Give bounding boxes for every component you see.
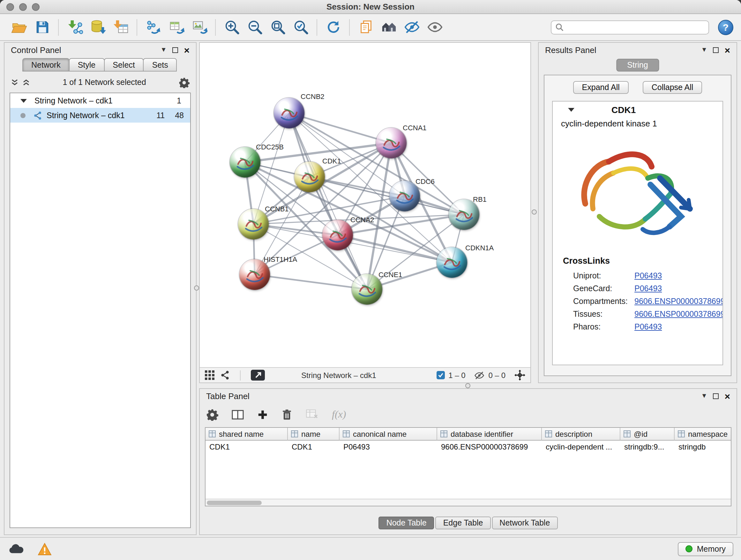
documents-button[interactable] — [354, 17, 377, 37]
table-toolbar: f(x) — [206, 404, 346, 425]
column-header-name[interactable]: name — [288, 428, 340, 441]
network-overview-icon[interactable] — [220, 370, 230, 380]
close-panel-icon[interactable]: × — [724, 391, 730, 401]
selected-checkbox-icon[interactable] — [436, 371, 445, 379]
cloud-icon[interactable] — [8, 543, 25, 555]
import-network-file-button[interactable] — [63, 17, 86, 37]
table-settings-gear-icon[interactable] — [206, 408, 218, 421]
column-header-database-identifier[interactable]: database identifier — [437, 428, 542, 441]
control-panel-tabs: NetworkStyleSelectSets — [22, 58, 177, 71]
grid-view-icon[interactable] — [205, 370, 214, 380]
show-columns-icon[interactable] — [232, 409, 244, 420]
crosslink-link[interactable]: 9606.ENSP00000378699 — [634, 310, 723, 319]
zoom-fit-button[interactable] — [266, 17, 289, 37]
network-node-cdc6[interactable] — [389, 181, 420, 211]
new-table-from-network-button[interactable] — [165, 17, 188, 37]
gear-icon[interactable] — [179, 77, 190, 88]
gene-caret-icon[interactable] — [568, 108, 575, 112]
expand-all-icon[interactable] — [22, 78, 30, 86]
gene-card-header[interactable]: CDK1 — [553, 102, 723, 117]
close-panel-icon[interactable]: × — [184, 45, 190, 55]
zoom-in-button[interactable] — [220, 17, 243, 37]
tab-sets[interactable]: Sets — [143, 58, 177, 71]
collapse-all-icon[interactable] — [11, 78, 18, 86]
column-sort-icon — [343, 430, 350, 437]
network-node-ccna2[interactable] — [322, 220, 353, 250]
expand-all-button[interactable]: Expand All — [573, 81, 629, 94]
import-table-button[interactable] — [109, 17, 132, 37]
scrollbar-thumb[interactable] — [207, 501, 262, 505]
network-node-cdkn1a[interactable] — [436, 247, 467, 278]
horizontal-splitter-handle[interactable] — [465, 383, 470, 388]
overview-button[interactable] — [377, 17, 400, 37]
zoom-selected-button[interactable] — [289, 17, 312, 37]
tab-network[interactable]: Network — [22, 58, 70, 71]
collapse-panel-icon[interactable]: ▼ — [701, 393, 708, 399]
network-node-ccne1[interactable] — [352, 274, 382, 305]
collapse-all-button[interactable]: Collapse All — [643, 81, 702, 94]
tab-select[interactable]: Select — [104, 58, 144, 71]
memory-button[interactable]: Memory — [678, 542, 733, 556]
crosslink-link[interactable]: 9606.ENSP00000378699 — [634, 297, 723, 306]
hide-graphics-button[interactable] — [400, 17, 423, 37]
add-column-icon[interactable] — [257, 409, 268, 420]
network-label: String Network – cdk1 — [47, 111, 125, 120]
tab-string[interactable]: String — [616, 59, 659, 71]
hidden-eye-slash-icon[interactable] — [475, 370, 485, 380]
column-header-namespace[interactable]: namespace — [675, 428, 731, 441]
crosslink-link[interactable]: P06493 — [634, 271, 662, 280]
function-builder-button[interactable]: f(x) — [332, 409, 346, 420]
zoom-out-button[interactable] — [243, 17, 266, 37]
toolbar-separator — [215, 19, 216, 36]
network-node-hist1h1a[interactable] — [239, 259, 270, 290]
network-node-ccna1[interactable] — [376, 128, 407, 159]
network-node-ccnb1[interactable] — [238, 209, 269, 240]
tab-node-table[interactable]: Node Table — [379, 516, 434, 530]
network-canvas[interactable]: CCNB2CCNA1CDC25BCDK1CDC6RB1CCNB1CCNA2CDK… — [200, 43, 530, 367]
column-header-canonical-name[interactable]: canonical name — [340, 428, 437, 441]
collapse-panel-icon[interactable]: ▼ — [160, 47, 167, 53]
float-panel-icon[interactable] — [713, 393, 719, 399]
network-node-ccnb2[interactable] — [274, 98, 305, 128]
crosslink-link[interactable]: P06493 — [634, 284, 662, 293]
column-header-description[interactable]: description — [542, 428, 620, 441]
refresh-view-button[interactable] — [322, 17, 345, 37]
float-panel-icon[interactable] — [172, 47, 178, 53]
column-header--id[interactable]: @id — [620, 428, 675, 441]
save-session-button[interactable] — [30, 17, 54, 37]
search-input[interactable] — [567, 23, 704, 32]
open-session-button[interactable] — [8, 17, 30, 37]
crosshair-icon[interactable] — [515, 370, 525, 381]
new-network-from-selection-button[interactable] — [142, 17, 165, 37]
tab-edge-table[interactable]: Edge Table — [435, 516, 491, 530]
warning-icon[interactable] — [38, 543, 52, 555]
collection-count: 1 — [177, 96, 190, 105]
tab-style[interactable]: Style — [69, 58, 105, 71]
table-row[interactable]: CDK1CDK1P064939606.ENSP00000378699cyclin… — [205, 441, 731, 453]
import-network-database-button[interactable] — [86, 17, 109, 37]
export-image-button[interactable] — [188, 17, 211, 37]
network-node-cdc25b[interactable] — [230, 147, 260, 178]
tab-network-table[interactable]: Network Table — [492, 516, 557, 530]
help-button[interactable]: ? — [718, 19, 733, 35]
show-graphics-button[interactable] — [423, 17, 446, 37]
delete-column-icon[interactable] — [281, 408, 292, 421]
collection-caret-icon[interactable] — [20, 99, 27, 103]
results-splitter-handle[interactable] — [532, 209, 537, 214]
network-collection-row[interactable]: String Network – cdk1 1 — [10, 93, 190, 108]
vertical-splitter-handle[interactable] — [194, 286, 199, 291]
close-window-button[interactable] — [6, 3, 14, 11]
search-box[interactable] — [551, 20, 709, 34]
collapse-panel-icon[interactable]: ▼ — [701, 47, 708, 53]
float-panel-icon[interactable] — [713, 47, 719, 53]
network-row-selected[interactable]: String Network – cdk1 11 48 — [10, 108, 190, 123]
open-in-new-window-button[interactable] — [251, 370, 265, 381]
zoom-window-button[interactable] — [32, 3, 40, 11]
close-panel-icon[interactable]: × — [724, 45, 730, 55]
network-node-rb1[interactable] — [449, 199, 479, 230]
minimize-window-button[interactable] — [19, 3, 27, 11]
horizontal-scrollbar[interactable] — [205, 499, 731, 506]
crosslink-link[interactable]: P06493 — [634, 322, 662, 331]
network-node-cdk1[interactable] — [294, 162, 325, 192]
column-header-shared-name[interactable]: shared name — [205, 428, 288, 441]
